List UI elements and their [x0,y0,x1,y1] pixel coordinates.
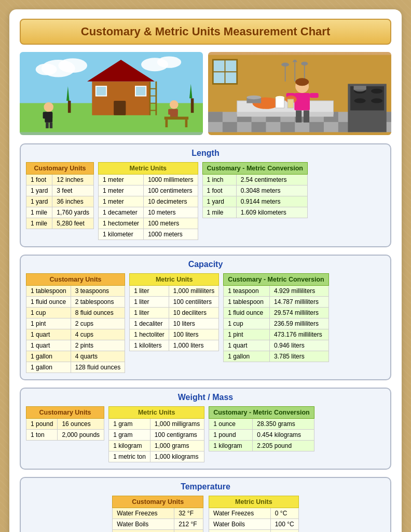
temperature-metric-table: Metric Units Water Freezes0 °C Water Boi… [209,496,299,532]
svg-rect-20 [43,112,47,118]
capacity-conversion-header: Customary - Metric Conversion [224,274,328,286]
length-section: Length Customary Units 1 foot12 inches 1… [20,143,391,247]
svg-point-59 [371,89,382,94]
svg-point-71 [295,78,309,86]
page-title: Customary & Metric Units Measurement Cha… [20,19,391,45]
svg-point-69 [301,62,308,65]
svg-point-65 [281,63,289,66]
weight-conversion-header: Customary - Metric Conversion [209,407,314,419]
temperature-tables-row: Customary Units Water Freezes32 °F Water… [26,496,385,532]
length-metric-header: Metric Units [99,163,198,175]
svg-rect-33 [191,98,194,113]
svg-point-5 [157,56,181,68]
images-row [20,52,391,135]
length-tables-row: Customary Units 1 foot12 inches 1 yard3 … [26,162,385,240]
image-left [20,52,203,135]
svg-rect-31 [68,101,71,113]
svg-rect-47 [280,122,295,132]
svg-rect-11 [135,86,146,96]
weight-metric-table: Metric Units 1 gram1,000 milligrams 1 gr… [108,406,204,462]
capacity-metric-header: Metric Units [130,274,219,286]
svg-rect-38 [208,112,223,122]
svg-rect-48 [309,122,324,132]
svg-rect-74 [310,93,319,98]
svg-rect-22 [46,123,49,128]
svg-rect-78 [276,97,284,108]
svg-rect-10 [96,86,106,96]
svg-point-2 [58,58,87,73]
capacity-customary-table: Customary Units 1 tablespoon3 teaspoons … [26,273,125,373]
capacity-conversion-table: Customary - Metric Conversion 1 teaspoon… [223,273,328,362]
temperature-customary-table: Customary Units Water Freezes32 °F Water… [112,496,203,532]
svg-rect-30 [185,119,188,127]
svg-point-18 [44,102,53,112]
capacity-section: Capacity Customary Units 1 tablespoon3 t… [20,255,391,380]
weight-metric-header: Metric Units [109,407,204,419]
svg-point-61 [371,98,382,103]
weight-conversion-table: Customary - Metric Conversion 1 ounce28.… [209,406,314,451]
temperature-section: Temperature Customary Units Water Freeze… [20,477,391,532]
length-metric-table: Metric Units 1 meter1000 millimeters 1 m… [98,162,198,240]
svg-rect-21 [49,112,52,118]
svg-point-55 [246,96,261,99]
length-conversion-table: Customary - Metric Conversion 1 inch2.54… [202,162,308,218]
length-customary-header: Customary Units [26,163,94,175]
svg-point-60 [354,98,365,103]
svg-rect-75 [296,111,302,123]
svg-point-79 [276,96,284,99]
capacity-customary-header: Customary Units [26,274,125,286]
svg-rect-76 [304,111,309,123]
temperature-customary-header: Customary Units [113,496,203,508]
svg-rect-28 [165,117,188,120]
weight-customary-header: Customary Units [26,407,104,419]
image-right [208,52,391,135]
main-card: Customary & Metric Units Measurement Cha… [9,9,402,532]
length-title: Length [26,149,385,158]
svg-point-3 [36,63,57,75]
capacity-tables-row: Customary Units 1 tablespoon3 teaspoons … [26,273,385,373]
svg-rect-72 [294,93,310,110]
svg-rect-46 [252,122,266,132]
temperature-title: Temperature [26,482,385,491]
svg-rect-9 [114,101,126,115]
svg-rect-23 [50,123,53,128]
svg-rect-52 [237,112,334,116]
weight-tables-row: Customary Units 1 pound16 ounces 1 ton2,… [26,406,385,462]
temperature-metric-header: Metric Units [209,496,299,508]
length-conversion-header: Customary - Metric Conversion [202,163,307,175]
svg-point-24 [170,100,179,109]
capacity-metric-table: Metric Units 1 liter1,000 milliliters 1 … [129,273,219,351]
length-customary-table: Customary Units 1 foot12 inches 1 yard3 … [26,162,94,229]
svg-rect-27 [174,109,177,115]
svg-rect-63 [354,86,366,89]
svg-rect-80 [287,99,293,108]
svg-rect-45 [223,122,237,132]
weight-customary-table: Customary Units 1 pound16 ounces 1 ton2,… [26,406,104,441]
capacity-title: Capacity [26,260,385,269]
svg-rect-26 [168,109,172,115]
svg-rect-29 [166,119,168,127]
weight-title: Weight / Mass [26,393,385,402]
weight-section: Weight / Mass Customary Units 1 pound16 … [20,388,391,470]
